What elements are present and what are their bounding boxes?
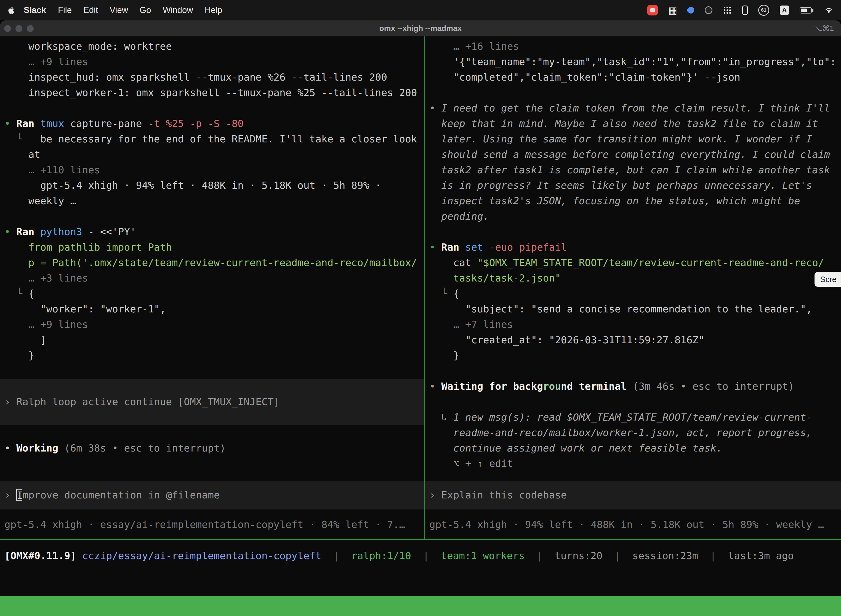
terminal-line: • Waiting for background terminal (3m 46… [429,378,841,394]
grid-icon[interactable]: ▦ [668,6,677,15]
text-segment: } [4,350,34,361]
text-segment: "$OMX_TEAM_STATE_ROOT/team/review-curren… [477,257,824,268]
battery-nub [812,9,813,12]
phone-icon[interactable] [742,6,748,15]
text-segment: continue assigned work or next feasible … [429,442,722,454]
knob-icon[interactable] [705,6,712,14]
text-segment: Waiting for backg [441,381,543,392]
terminal-line: later. Using the same for transition mig… [429,131,841,147]
text-segment: "completed","claim_token":"claim-token"}… [429,72,740,83]
text-segment: "created_at": "2026-03-31T11:59:27.816Z" [429,334,705,346]
terminal-line: } [429,348,841,363]
status-segment: | [411,550,441,561]
knob-shape [705,6,712,14]
screenshot-chip[interactable]: Scre [815,272,841,287]
text-segment: 1 new msg(s): read $OMX_TEAM_STATE_ROOT/… [453,412,812,423]
status-segment: [OMX#0.11.9] [4,550,76,561]
text-segment: Ran [441,242,465,253]
battery-body [800,7,812,13]
text-segment: gpt-5.4 xhigh · essay/ai-reimplementatio… [4,519,405,530]
terminal-line: keep that in mind. Maybe I also need the… [429,116,841,131]
menu-window[interactable]: Window [163,5,193,15]
droplet-shape [686,6,696,15]
menu-bar: Slack File Edit View Go Window Help ▦ 61… [0,0,841,21]
terminal-line: • I need to get the claim token from the… [429,100,841,116]
wifi-icon[interactable] [824,5,834,15]
droplet-icon[interactable] [687,7,694,13]
menu-view[interactable]: View [110,5,128,15]
text-segment: › [429,489,441,501]
text-segment: be necessary for the end of the README. … [40,133,417,145]
dots-grid-icon[interactable] [723,6,732,15]
screen-recording-icon[interactable] [647,5,658,15]
text-segment: Ran [16,118,40,129]
menu-file[interactable]: File [58,5,72,15]
text-segment: └ [4,288,28,299]
pane-divider-horizontal [0,539,841,540]
text-segment: Working [16,442,64,454]
terminal-line: └ { [429,286,841,301]
terminal-line: } [4,348,424,363]
terminal-line: ⌥ + ↑ edit [429,456,841,471]
text-segment: gpt-5.4 xhigh · 94% left · 488K in · 5.1… [4,180,381,191]
prompt-band[interactable]: › Improve documentation in @filename [0,481,424,509]
text-segment: • [4,442,16,454]
text-segment: { [453,288,459,299]
terminal-line: … +7 lines [429,317,841,332]
status-segment: session:23m [632,550,698,561]
terminal-line: at [4,147,424,162]
text-segment: nd terminal [561,381,633,392]
text-segment: └ [4,133,40,145]
prompt-band[interactable]: › Explain this codebase [425,481,841,509]
text-segment: '{"team_name":"my-team","task_id":"1","f… [429,56,836,67]
text-segment: should send a message before completing … [429,149,830,160]
terminal-line: "completed","claim_token":"claim-token"}… [429,70,841,85]
prompt-band[interactable]: › Ralph loop active continue [OMX_TMUX_I… [0,378,424,425]
text-segment: weekly … [4,195,76,207]
menu-edit[interactable]: Edit [84,5,98,15]
status-segment [76,550,82,561]
terminal-line: "subject": "send a concise recommendatio… [429,301,841,317]
text-segment: task2 after task1 is complete, but can I… [429,164,830,176]
status-segment: team:1 workers [441,550,525,561]
text-segment: … +110 lines [4,164,100,176]
terminal-line: ↳ 1 new msg(s): read $OMX_TEAM_STATE_ROO… [429,409,841,425]
text-segment: cat [429,257,477,268]
terminal-line: … +110 lines [4,162,424,178]
text-segment: from pathlib import Path [4,242,172,253]
terminal-line: └ be necessary for the end of the README… [4,131,424,147]
text-segment: Ralph loop active continue [OMX_TMUX_INJ… [16,396,280,407]
text-segment: gpt-5.4 xhigh · 94% left · 488K in · 5.1… [429,519,824,530]
block-cursor: I [16,489,22,501]
text-segment: capture-pane [70,118,148,129]
menu-help[interactable]: Help [205,5,223,15]
terminal-line: ] [4,332,424,348]
terminal-line: continue assigned work or next feasible … [429,440,841,456]
text-segment: python3 [40,226,88,238]
text-segment: … +9 lines [4,56,88,67]
text-segment: p = Path('.omx/state/team/review-current… [4,257,417,268]
window-title: omx --xhigh --madmax [0,21,841,37]
input-source-icon[interactable]: A [780,6,789,15]
battery-icon[interactable] [800,7,813,13]
text-segment: • [429,103,441,114]
title-bar[interactable]: omx --xhigh --madmax ⌥⌘1 [0,21,841,37]
terminal-line: … +9 lines [4,317,424,332]
text-segment: rou [543,381,561,392]
terminal-line: weekly … [4,193,424,209]
pane-status-line: gpt-5.4 xhigh · 94% left · 488K in · 5.1… [429,517,841,532]
terminal-window: omx --xhigh --madmax ⌥⌘1 workspace_mode:… [0,21,841,616]
dots-shape [724,7,725,8]
battery-gauge-icon[interactable]: 61 [758,5,769,16]
app-menu-slack[interactable]: Slack [24,5,46,15]
menu-go[interactable]: Go [140,5,151,15]
tmux-pane-right[interactable]: … +16 lines '{"team_name":"my-team","tas… [425,39,841,532]
window-shortcut-badge: ⌥⌘1 [814,21,834,37]
terminal-line: … +16 lines [429,39,841,54]
tmux-pane-left[interactable]: workspace_mode: worktree … +9 lines insp… [0,39,424,532]
text-segment: is in progress? It seems likely but perh… [429,180,812,191]
apple-menu-icon[interactable] [7,6,16,15]
text-segment: -t %25 -p -S -80 [148,118,244,129]
text-segment: I need to get the claim token from the c… [441,103,830,114]
text-segment: └ [429,288,453,299]
